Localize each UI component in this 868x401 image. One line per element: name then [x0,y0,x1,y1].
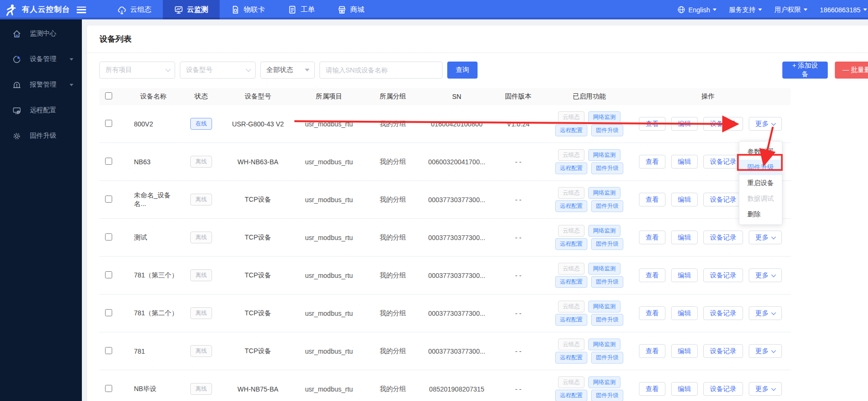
chevron-down-icon [771,272,776,277]
view-button[interactable]: 查看 [639,382,665,396]
menu-item-param-config[interactable]: 参数配置 [739,144,782,160]
row-checkbox[interactable] [105,385,112,392]
sidebar-item-remote-config[interactable]: 远程配置 [0,98,82,123]
device-records-button[interactable]: 设备记录 [703,268,743,282]
chevron-down-icon [713,9,717,11]
more-button[interactable]: 更多 [749,382,782,396]
view-button[interactable]: 查看 [639,306,665,320]
menu-item-restart-device[interactable]: 重启设备 [739,175,782,191]
more-button[interactable]: 更多 [749,268,782,282]
sidebar-item-monitor-center[interactable]: 监测中心 [0,21,82,46]
col-actions: 操作 [634,92,791,101]
device-records-button[interactable]: 设备记录 [703,382,743,396]
tab-mall[interactable]: 商城 [326,0,376,19]
user-permission-menu[interactable]: 用户权限 [774,6,807,14]
language-selector[interactable]: English [677,6,717,14]
view-button[interactable]: 查看 [639,155,665,169]
tab-iot-sim[interactable]: 物联卡 [220,0,276,19]
feature-tag-firmware-upgrade: 固件升级 [591,238,623,250]
device-records-button[interactable]: 设备记录 [703,155,743,169]
firmware-version: - - [492,272,544,279]
view-button[interactable]: 查看 [639,344,665,358]
device-name: 781（第三个） [118,271,180,280]
firmware-version: - - [492,348,544,355]
col-features: 已启用功能 [544,92,634,101]
menu-item-firmware-upgrade[interactable]: 固件升级 [739,160,782,175]
feature-tag-remote-config: 远程配置 [555,276,587,288]
more-button[interactable]: 更多 [749,306,782,320]
account-menu[interactable]: 18660863185 [820,6,867,14]
status-badge: 离线 [190,269,212,281]
device-sn: 00600320041700... [421,158,492,166]
row-checkbox[interactable] [105,233,112,241]
edit-button[interactable]: 编辑 [671,117,698,131]
group-name: 我的分组 [364,271,421,280]
tab-cloud-monitor[interactable]: 云监测 [163,0,220,19]
edit-button[interactable]: 编辑 [671,306,698,320]
hamburger-menu-icon[interactable] [77,7,86,13]
select-all-checkbox[interactable] [105,92,112,99]
enabled-features: 云组态 网络监测 远程配置 固件升级 [544,299,634,327]
enabled-features: 云组态 网络监测 远程配置 固件升级 [544,148,634,176]
view-button[interactable]: 查看 [639,193,665,206]
more-button[interactable]: 更多 [749,231,782,244]
device-records-button[interactable]: 设备记录 [703,344,743,358]
more-button[interactable]: 更多 [749,117,782,131]
filter-bar: 所有项目 设备型号 全部状态 查询 [99,62,478,79]
project-select[interactable]: 所有项目 [99,62,175,79]
device-records-button[interactable]: 设备记录 [703,231,743,244]
row-checkbox[interactable] [105,347,112,354]
feature-tag-remote-config: 远程配置 [555,238,587,250]
row-checkbox[interactable] [105,309,112,316]
group-name: 我的分组 [364,196,421,204]
batch-delete-button[interactable]: — 批量删除 [835,62,868,79]
edit-button[interactable]: 编辑 [671,382,698,396]
tab-work-order[interactable]: 工单 [276,0,326,19]
device-name: 781（第二个） [118,309,180,318]
row-checkbox[interactable] [105,158,112,165]
firmware-version: - - [492,234,544,241]
view-button[interactable]: 查看 [639,117,665,131]
status-select[interactable]: 全部状态 [260,62,315,79]
tab-cloud-scada[interactable]: 云组态 [106,0,163,19]
add-device-button[interactable]: + 添加设备 [782,62,828,79]
edit-button[interactable]: 编辑 [671,231,698,244]
project-name: usr_modbus_rtu [293,234,364,241]
service-support-menu[interactable]: 服务支持 [729,6,762,14]
feature-tag-cloud-scada: 云组态 [558,187,585,199]
view-button[interactable]: 查看 [639,231,665,244]
row-checkbox[interactable] [105,120,112,127]
sidebar-item-alarm-management[interactable]: 报警管理 [0,72,82,98]
edit-button[interactable]: 编辑 [671,268,698,282]
sidebar-item-device-management[interactable]: 设备管理 [0,46,82,72]
device-records-button[interactable]: 设备记录 [703,193,743,206]
sidebar-item-firmware-upgrade[interactable]: 固件升级 [0,123,82,149]
search-input[interactable] [319,62,443,79]
status-badge: 离线 [190,232,212,243]
device-name: 800V2 [118,120,180,128]
device-model-select[interactable]: 设备型号 [180,62,256,79]
device-name: 781 [118,348,180,355]
device-records-button[interactable]: 设备记录 [703,306,743,320]
view-button[interactable]: 查看 [639,268,665,282]
enabled-features: 云组态 网络监测 远程配置 固件升级 [544,186,634,214]
row-checkbox[interactable] [105,196,112,203]
brand-title: 有人云控制台 [22,5,70,15]
edit-button[interactable]: 编辑 [671,344,698,358]
device-name: 未命名_设备名... [118,191,180,208]
more-button[interactable]: 更多 [749,344,782,358]
group-name: 我的分组 [364,120,421,128]
feature-tag-network-monitor: 网络监测 [588,149,620,161]
more-dropdown-menu: 参数配置固件升级重启设备数据调试删除 [739,141,782,225]
edit-button[interactable]: 编辑 [671,155,698,169]
edit-button[interactable]: 编辑 [671,193,698,206]
search-button[interactable]: 查询 [447,62,478,79]
project-name: usr_modbus_rtu [293,272,364,279]
device-name: 测试 [118,233,180,242]
device-records-button[interactable]: 设备记录 [703,117,743,131]
chevron-down-icon [863,9,867,11]
device-table: 设备名称 状态 设备型号 所属项目 所属分组 SN 固件版本 已启用功能 操作 … [99,88,791,401]
menu-item-delete[interactable]: 删除 [739,206,782,222]
feature-tag-network-monitor: 网络监测 [588,111,620,123]
row-checkbox[interactable] [105,271,112,278]
